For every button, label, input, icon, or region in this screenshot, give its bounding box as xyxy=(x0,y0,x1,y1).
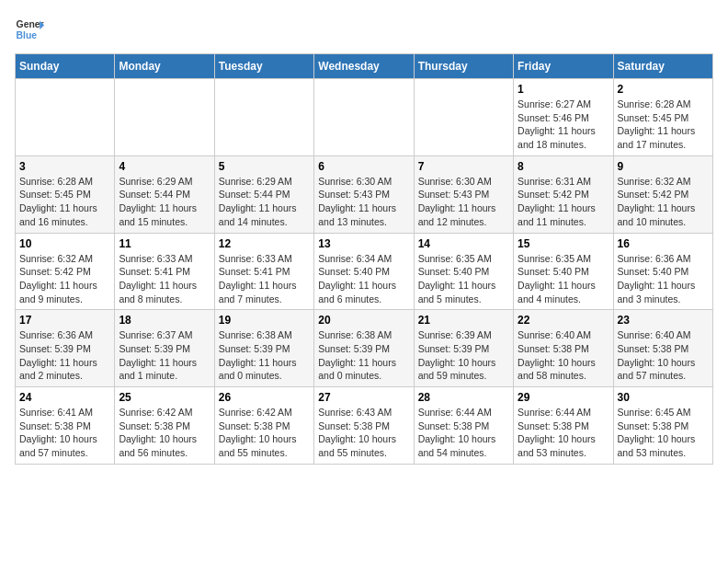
calendar-header-row: SundayMondayTuesdayWednesdayThursdayFrid… xyxy=(16,54,713,79)
calendar-cell: 5Sunrise: 6:29 AMSunset: 5:44 PMDaylight… xyxy=(214,155,313,233)
calendar-cell: 9Sunrise: 6:32 AMSunset: 5:42 PMDaylight… xyxy=(613,155,712,233)
day-of-week-header: Sunday xyxy=(16,54,115,79)
calendar-cell: 3Sunrise: 6:28 AMSunset: 5:45 PMDaylight… xyxy=(16,155,115,233)
day-number: 30 xyxy=(618,391,709,404)
calendar-cell: 30Sunrise: 6:45 AMSunset: 5:38 PMDayligh… xyxy=(613,387,712,465)
day-number: 29 xyxy=(518,391,609,404)
calendar-cell xyxy=(16,79,115,156)
day-info: Sunrise: 6:43 AMSunset: 5:38 PMDaylight:… xyxy=(318,406,409,460)
day-number: 10 xyxy=(19,237,110,250)
day-of-week-header: Wednesday xyxy=(314,54,414,79)
calendar-cell: 14Sunrise: 6:35 AMSunset: 5:40 PMDayligh… xyxy=(414,233,513,310)
calendar-cell xyxy=(314,79,414,156)
calendar-table: SundayMondayTuesdayWednesdayThursdayFrid… xyxy=(15,53,713,465)
day-info: Sunrise: 6:42 AMSunset: 5:38 PMDaylight:… xyxy=(119,406,210,460)
day-info: Sunrise: 6:27 AMSunset: 5:46 PMDaylight:… xyxy=(518,98,609,152)
calendar-cell xyxy=(414,79,513,156)
day-number: 24 xyxy=(19,391,110,404)
day-number: 17 xyxy=(19,314,110,327)
logo-icon: General Blue xyxy=(15,15,44,44)
calendar-cell: 25Sunrise: 6:42 AMSunset: 5:38 PMDayligh… xyxy=(115,387,214,465)
day-number: 2 xyxy=(618,83,709,96)
day-info: Sunrise: 6:36 AMSunset: 5:39 PMDaylight:… xyxy=(19,328,110,383)
day-number: 25 xyxy=(119,391,210,404)
day-number: 6 xyxy=(318,160,409,173)
calendar-cell: 26Sunrise: 6:42 AMSunset: 5:38 PMDayligh… xyxy=(214,387,313,465)
day-number: 13 xyxy=(318,237,409,250)
day-info: Sunrise: 6:40 AMSunset: 5:38 PMDaylight:… xyxy=(518,328,609,383)
day-number: 9 xyxy=(618,160,709,173)
day-info: Sunrise: 6:33 AMSunset: 5:41 PMDaylight:… xyxy=(119,252,210,306)
day-of-week-header: Tuesday xyxy=(214,54,313,79)
day-info: Sunrise: 6:37 AMSunset: 5:39 PMDaylight:… xyxy=(119,328,210,383)
day-number: 28 xyxy=(418,391,509,404)
calendar-cell: 10Sunrise: 6:32 AMSunset: 5:42 PMDayligh… xyxy=(16,233,115,310)
calendar-cell: 19Sunrise: 6:38 AMSunset: 5:39 PMDayligh… xyxy=(214,310,313,387)
calendar-cell xyxy=(214,79,313,156)
day-of-week-header: Monday xyxy=(115,54,214,79)
day-info: Sunrise: 6:32 AMSunset: 5:42 PMDaylight:… xyxy=(19,252,110,306)
day-number: 7 xyxy=(418,160,509,173)
calendar-cell: 17Sunrise: 6:36 AMSunset: 5:39 PMDayligh… xyxy=(16,310,115,387)
day-of-week-header: Saturday xyxy=(613,54,712,79)
day-number: 21 xyxy=(418,314,509,327)
calendar-cell xyxy=(115,79,214,156)
calendar-cell: 8Sunrise: 6:31 AMSunset: 5:42 PMDaylight… xyxy=(514,155,613,233)
day-info: Sunrise: 6:28 AMSunset: 5:45 PMDaylight:… xyxy=(19,175,110,229)
day-info: Sunrise: 6:28 AMSunset: 5:45 PMDaylight:… xyxy=(618,98,709,152)
calendar-cell: 4Sunrise: 6:29 AMSunset: 5:44 PMDaylight… xyxy=(115,155,214,233)
svg-text:Blue: Blue xyxy=(17,30,38,40)
day-number: 27 xyxy=(318,391,409,404)
day-info: Sunrise: 6:42 AMSunset: 5:38 PMDaylight:… xyxy=(219,406,310,460)
calendar-cell: 16Sunrise: 6:36 AMSunset: 5:40 PMDayligh… xyxy=(613,233,712,310)
calendar-cell: 12Sunrise: 6:33 AMSunset: 5:41 PMDayligh… xyxy=(214,233,313,310)
day-info: Sunrise: 6:31 AMSunset: 5:42 PMDaylight:… xyxy=(518,175,609,229)
day-info: Sunrise: 6:29 AMSunset: 5:44 PMDaylight:… xyxy=(119,175,210,229)
day-info: Sunrise: 6:45 AMSunset: 5:38 PMDaylight:… xyxy=(618,406,709,460)
page-header: General Blue xyxy=(15,15,713,44)
day-info: Sunrise: 6:30 AMSunset: 5:43 PMDaylight:… xyxy=(418,175,509,229)
day-number: 14 xyxy=(418,237,509,250)
calendar-cell: 24Sunrise: 6:41 AMSunset: 5:38 PMDayligh… xyxy=(16,387,115,465)
calendar-cell: 27Sunrise: 6:43 AMSunset: 5:38 PMDayligh… xyxy=(314,387,414,465)
calendar-cell: 22Sunrise: 6:40 AMSunset: 5:38 PMDayligh… xyxy=(514,310,613,387)
day-info: Sunrise: 6:41 AMSunset: 5:38 PMDaylight:… xyxy=(19,406,110,460)
calendar-cell: 28Sunrise: 6:44 AMSunset: 5:38 PMDayligh… xyxy=(414,387,513,465)
day-info: Sunrise: 6:38 AMSunset: 5:39 PMDaylight:… xyxy=(219,328,310,383)
day-info: Sunrise: 6:44 AMSunset: 5:38 PMDaylight:… xyxy=(518,406,609,460)
day-number: 26 xyxy=(219,391,310,404)
day-number: 18 xyxy=(119,314,210,327)
day-number: 23 xyxy=(618,314,709,327)
calendar-cell: 6Sunrise: 6:30 AMSunset: 5:43 PMDaylight… xyxy=(314,155,414,233)
day-info: Sunrise: 6:38 AMSunset: 5:39 PMDaylight:… xyxy=(318,328,409,383)
day-info: Sunrise: 6:30 AMSunset: 5:43 PMDaylight:… xyxy=(318,175,409,229)
day-of-week-header: Thursday xyxy=(414,54,513,79)
day-number: 5 xyxy=(219,160,310,173)
day-number: 22 xyxy=(518,314,609,327)
day-number: 19 xyxy=(219,314,310,327)
day-info: Sunrise: 6:29 AMSunset: 5:44 PMDaylight:… xyxy=(219,175,310,229)
calendar-cell: 29Sunrise: 6:44 AMSunset: 5:38 PMDayligh… xyxy=(514,387,613,465)
day-info: Sunrise: 6:39 AMSunset: 5:39 PMDaylight:… xyxy=(418,328,509,383)
calendar-cell: 2Sunrise: 6:28 AMSunset: 5:45 PMDaylight… xyxy=(613,79,712,156)
day-info: Sunrise: 6:34 AMSunset: 5:40 PMDaylight:… xyxy=(318,252,409,306)
calendar-cell: 7Sunrise: 6:30 AMSunset: 5:43 PMDaylight… xyxy=(414,155,513,233)
day-number: 11 xyxy=(119,237,210,250)
day-number: 16 xyxy=(618,237,709,250)
day-info: Sunrise: 6:35 AMSunset: 5:40 PMDaylight:… xyxy=(418,252,509,306)
day-info: Sunrise: 6:33 AMSunset: 5:41 PMDaylight:… xyxy=(219,252,310,306)
day-number: 12 xyxy=(219,237,310,250)
calendar-cell: 20Sunrise: 6:38 AMSunset: 5:39 PMDayligh… xyxy=(314,310,414,387)
day-info: Sunrise: 6:44 AMSunset: 5:38 PMDaylight:… xyxy=(418,406,509,460)
calendar-week-row: 17Sunrise: 6:36 AMSunset: 5:39 PMDayligh… xyxy=(16,310,713,387)
logo: General Blue xyxy=(15,15,44,44)
day-number: 8 xyxy=(518,160,609,173)
day-of-week-header: Friday xyxy=(514,54,613,79)
calendar-cell: 11Sunrise: 6:33 AMSunset: 5:41 PMDayligh… xyxy=(115,233,214,310)
day-number: 3 xyxy=(19,160,110,173)
calendar-cell: 13Sunrise: 6:34 AMSunset: 5:40 PMDayligh… xyxy=(314,233,414,310)
day-info: Sunrise: 6:40 AMSunset: 5:38 PMDaylight:… xyxy=(618,328,709,383)
day-number: 15 xyxy=(518,237,609,250)
day-number: 20 xyxy=(318,314,409,327)
calendar-week-row: 24Sunrise: 6:41 AMSunset: 5:38 PMDayligh… xyxy=(16,387,713,465)
